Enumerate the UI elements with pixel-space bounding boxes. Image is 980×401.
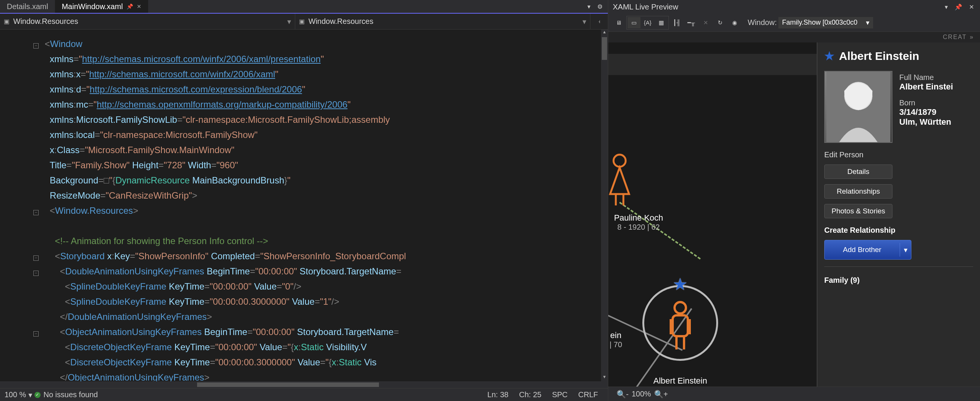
close-icon[interactable]: ✕ xyxy=(967,2,975,12)
chevron-down-icon[interactable]: ▾ xyxy=(900,243,911,256)
node-dates: | 70 xyxy=(608,341,635,349)
person-heading: ★ Albert Einstein xyxy=(824,49,973,62)
eye-icon[interactable]: ◉ xyxy=(728,17,741,29)
star-icon: ★ xyxy=(824,49,834,62)
preview-canvas[interactable]: Pauline Koch 8 - 1920 | 62 ein | 70 ★ xyxy=(608,43,817,387)
ok-icon: ✓ xyxy=(35,392,41,398)
vertical-scrollbar[interactable]: ▲ ▼ xyxy=(601,30,608,381)
pin-icon[interactable]: 📌 xyxy=(953,2,964,12)
add-brother-label: Add Brother xyxy=(825,243,900,256)
split-view-button[interactable]: ⫞ xyxy=(590,14,608,29)
issues-label[interactable]: No issues found xyxy=(44,390,98,399)
node-partial[interactable]: ein | 70 xyxy=(608,331,635,349)
member-icon: ▣ xyxy=(299,18,305,25)
gear-icon[interactable]: ⚙ xyxy=(596,2,604,12)
hscroll-thumb[interactable] xyxy=(197,382,379,387)
chevron-down-icon: ▾ xyxy=(582,17,586,26)
star-icon: ★ xyxy=(673,274,687,294)
line-ending-indicator[interactable]: CRLF xyxy=(573,390,603,399)
horizontal-scrollbar[interactable] xyxy=(0,381,608,388)
code-area[interactable]: − − −− − <Window xmlns="http://schemas.m… xyxy=(0,30,608,381)
node-name: ein xyxy=(608,331,635,341)
person-photo[interactable] xyxy=(824,71,892,143)
line-indicator[interactable]: Ln: 38 xyxy=(482,390,514,399)
ruler-horizontal-icon[interactable]: ━╥ xyxy=(685,17,698,29)
dropdown-icon[interactable]: ▾ xyxy=(943,2,949,12)
person-name: Albert Einstein xyxy=(839,50,920,62)
person-details-panel: ★ Albert Einstein Full Name Albert Einst… xyxy=(817,43,980,387)
scope-icon: ▣ xyxy=(4,18,10,25)
preview-title: XAML Live Preview xyxy=(613,3,678,11)
node-pauline[interactable]: Pauline Koch 8 - 1920 | 62 xyxy=(608,213,676,232)
tab-overflow-icon[interactable]: ▾ xyxy=(586,2,592,12)
preview-statusbar: 🔍- 100% 🔍+ xyxy=(608,387,980,401)
window-value: Family.Show [0x003c0c0 xyxy=(782,19,858,27)
relationships-button[interactable]: Relationships xyxy=(824,184,892,199)
nav-member-label: Window.Resources xyxy=(309,17,373,26)
code-editor-pane: Details.xaml MainWindow.xaml 📌 ✕ ▾ ⚙ ▣ W… xyxy=(0,0,608,401)
document-tabstrip: Details.xaml MainWindow.xaml 📌 ✕ ▾ ⚙ xyxy=(0,0,608,14)
node-dates: 1879 - 1955 | 76 xyxy=(635,386,726,387)
person-glyph-female xyxy=(608,152,635,209)
details-button[interactable]: Details xyxy=(824,164,892,179)
screen-icon[interactable]: 🖥 xyxy=(612,17,625,29)
create-relationship-label: Create Relationship xyxy=(824,226,973,235)
editor-statusbar: 100 % ▾ ✓ No issues found Ln: 38 Ch: 25 … xyxy=(0,388,608,401)
chevron-down-icon: ▾ xyxy=(287,17,291,26)
refresh-icon[interactable]: ↻ xyxy=(714,17,727,29)
preview-titlebar: XAML Live Preview ▾ 📌 ✕ xyxy=(608,0,980,14)
split-icon: ⫞ xyxy=(598,19,601,24)
expand-icon[interactable]: » xyxy=(970,34,974,41)
scroll-up-icon[interactable]: ▲ xyxy=(601,30,608,37)
born-place: Ulm, Württen xyxy=(899,117,953,127)
window-label: Window: xyxy=(748,18,777,27)
node-albert[interactable]: Albert Einstein 1879 - 1955 | 76 xyxy=(635,376,726,387)
svg-point-3 xyxy=(675,302,686,313)
person-fields: Full Name Albert Einstei Born 3/14/1879 … xyxy=(899,71,953,143)
person-glyph-male[interactable] xyxy=(663,300,697,353)
divider xyxy=(824,266,973,267)
char-indicator[interactable]: Ch: 25 xyxy=(514,390,547,399)
layout-icon[interactable]: ▦ xyxy=(655,17,668,29)
scroll-down-icon[interactable]: ▼ xyxy=(601,374,608,381)
zoom-in-icon[interactable]: 🔍+ xyxy=(651,390,671,399)
edit-person-label: Edit Person xyxy=(824,150,973,159)
pin-icon[interactable]: 📌 xyxy=(127,3,133,10)
xaml-live-preview-pane: XAML Live Preview ▾ 📌 ✕ 🖥 ▭ {A} ▦ ┃╢ ━╥ … xyxy=(608,0,980,401)
zoom-level[interactable]: 100 % xyxy=(5,390,26,399)
tab-mainwindow-xaml[interactable]: MainWindow.xaml 📌 ✕ xyxy=(55,0,148,13)
fold-gutter[interactable]: − − −− − xyxy=(0,30,41,381)
arrow-icon[interactable]: ▭ xyxy=(628,17,640,29)
close-icon[interactable]: ✕ xyxy=(137,3,142,10)
chevron-down-icon: ▾ xyxy=(866,19,869,27)
node-name: Albert Einstein xyxy=(635,376,726,386)
svg-rect-4 xyxy=(673,315,688,336)
app-header-bar xyxy=(608,54,817,75)
tab-label: MainWindow.xaml xyxy=(62,2,123,11)
add-brother-button[interactable]: Add Brother ▾ xyxy=(824,240,912,259)
navigation-bar: ▣ Window.Resources ▾ ▣ Window.Resources … xyxy=(0,14,608,30)
nav-scope-label: Window.Resources xyxy=(13,17,78,26)
photos-stories-button[interactable]: Photos & Stories xyxy=(824,204,892,218)
zoom-out-icon[interactable]: 🔍- xyxy=(614,390,632,399)
nav-scope-combo[interactable]: ▣ Window.Resources ▾ xyxy=(0,14,295,29)
fullname-value: Albert Einstei xyxy=(899,82,953,92)
window-selector[interactable]: Family.Show [0x003c0c0 ▾ xyxy=(778,17,873,29)
preview-toolbar: 🖥 ▭ {A} ▦ ┃╢ ━╥ ✕ ↻ ◉ Window: Family.Sho… xyxy=(608,14,980,32)
nav-member-combo[interactable]: ▣ Window.Resources ▾ xyxy=(295,14,590,29)
indent-indicator[interactable]: SPC xyxy=(547,390,573,399)
node-name: Pauline Koch xyxy=(608,213,676,223)
preview-extra-row: CREAT » xyxy=(608,32,980,43)
born-value: 3/14/1879 xyxy=(899,107,953,117)
ruler-vertical-icon[interactable]: ┃╢ xyxy=(670,17,683,29)
create-truncated: CREAT xyxy=(943,34,967,41)
tab-details-xaml[interactable]: Details.xaml xyxy=(0,0,55,13)
node-dates: 8 - 1920 | 62 xyxy=(608,223,676,232)
scroll-thumb[interactable] xyxy=(602,37,607,60)
family-section-label[interactable]: Family (9) xyxy=(824,276,973,285)
born-label: Born xyxy=(899,99,953,107)
preview-zoom[interactable]: 100% xyxy=(632,390,651,398)
disabled-tool-icon: ✕ xyxy=(699,17,712,29)
braces-icon[interactable]: {A} xyxy=(641,17,654,29)
code-text[interactable]: <Window xmlns="http://schemas.microsoft.… xyxy=(41,30,608,381)
